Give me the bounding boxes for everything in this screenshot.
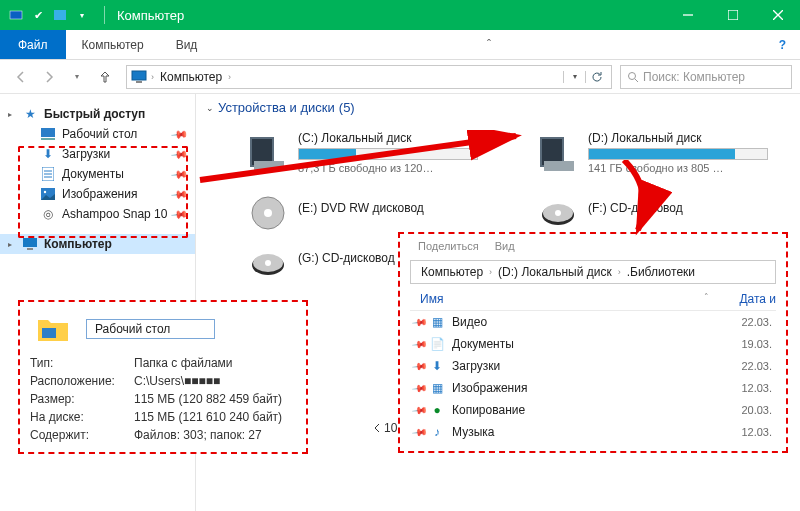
property-key: Расположение: — [30, 374, 134, 388]
svg-point-33 — [265, 260, 271, 266]
forward-button[interactable] — [36, 64, 62, 90]
svg-point-17 — [44, 191, 46, 193]
minimize-button[interactable] — [665, 0, 710, 30]
folder-icon — [36, 314, 70, 344]
ribbon-tab-view[interactable]: Вид — [160, 30, 214, 59]
breadcrumb-root[interactable]: Компьютер — [154, 70, 228, 84]
item-date: 12.03. — [741, 426, 776, 438]
sidebar-item-label: Документы — [62, 167, 124, 181]
inner-address-bar[interactable]: Компьютер › (D:) Локальный диск › .Библи… — [410, 260, 776, 284]
sidebar-item-downloads[interactable]: ⬇ Загрузки 📌 — [0, 144, 195, 164]
window-title: Компьютер — [117, 8, 184, 23]
svg-rect-0 — [10, 11, 22, 19]
sidebar-item-ashampoo[interactable]: ◎ Ashampoo Snap 10 📌 — [0, 204, 195, 224]
breadcrumb-chevron-icon[interactable]: › — [489, 267, 492, 277]
item-name: Загрузки — [452, 359, 733, 373]
column-date[interactable]: Дата и — [739, 292, 776, 306]
help-button[interactable]: ? — [765, 30, 800, 59]
back-button[interactable] — [8, 64, 34, 90]
refresh-button[interactable] — [585, 71, 607, 83]
system-menu-icon[interactable] — [8, 7, 24, 23]
property-row: Расположение:C:\Users\■■■■■ — [30, 372, 296, 390]
breadcrumb-chevron-icon[interactable]: › — [618, 267, 621, 277]
maximize-button[interactable] — [710, 0, 755, 30]
section-header[interactable]: ⌄ Устройства и диски (5) — [206, 100, 790, 115]
tree-expand-icon[interactable]: ▸ — [8, 240, 12, 249]
svg-rect-19 — [27, 248, 33, 250]
item-date: 22.03. — [741, 316, 776, 328]
hdd-icon — [536, 131, 580, 175]
close-button[interactable] — [755, 0, 800, 30]
svg-rect-3 — [728, 10, 738, 20]
list-item[interactable]: 📌▦Изображения12.03. — [410, 377, 776, 399]
item-icon: ♪ — [430, 425, 444, 439]
svg-rect-11 — [41, 138, 55, 140]
collapse-icon[interactable]: ⌄ — [206, 103, 214, 113]
history-dropdown[interactable]: ▾ — [64, 64, 90, 90]
list-item[interactable]: 📌▦Видео22.03. — [410, 311, 776, 333]
svg-rect-25 — [544, 161, 574, 171]
vertical-divider — [104, 6, 105, 24]
sort-indicator-icon: ˄ — [704, 292, 709, 306]
property-row: На диске:115 МБ (121 610 240 байт) — [30, 408, 296, 426]
inner-tab-share[interactable]: Поделиться — [418, 240, 479, 252]
drive-name: (D:) Локальный диск — [588, 131, 776, 145]
sidebar-item-pictures[interactable]: Изображения 📌 — [0, 184, 195, 204]
list-item[interactable]: 📌♪Музыка12.03. — [410, 421, 776, 443]
property-value: 115 МБ (120 882 459 байт) — [134, 392, 282, 406]
qat-item-icon[interactable] — [52, 7, 68, 23]
sidebar-item-label: Компьютер — [44, 237, 112, 251]
quick-access-toolbar: ✔ ▾ — [0, 7, 98, 23]
ribbon-collapse-button[interactable]: ˆ — [477, 30, 501, 59]
sidebar-item-computer[interactable]: ▸ Компьютер — [0, 234, 195, 254]
ribbon: Файл Компьютер Вид ˆ ? — [0, 30, 800, 60]
list-item[interactable]: 📌●Копирование20.03. — [410, 399, 776, 421]
pin-icon: 📌 — [170, 205, 189, 224]
drive-name: (E:) DVD RW дисковод — [298, 201, 486, 215]
inner-crumb-libs[interactable]: .Библиотеки — [623, 265, 699, 279]
svg-rect-18 — [23, 238, 37, 247]
svg-rect-34 — [42, 328, 56, 338]
file-tab[interactable]: Файл — [0, 30, 66, 59]
tree-expand-icon[interactable]: ▸ — [8, 110, 12, 119]
pin-icon: 📌 — [412, 380, 428, 396]
svg-line-35 — [200, 136, 516, 180]
capacity-bar — [588, 148, 768, 160]
list-item[interactable]: 📌📄Документы19.03. — [410, 333, 776, 355]
qat-dropdown-icon[interactable]: ▾ — [74, 7, 90, 23]
ribbon-tab-computer[interactable]: Компьютер — [66, 30, 160, 59]
sidebar-item-label: Изображения — [62, 187, 137, 201]
address-dropdown[interactable]: ▾ — [563, 71, 585, 83]
item-name: Копирование — [452, 403, 733, 417]
sidebar-item-documents[interactable]: Документы 📌 — [0, 164, 195, 184]
sidebar-item-desktop[interactable]: Рабочий стол 📌 — [0, 124, 195, 144]
inner-crumb-pc[interactable]: Компьютер — [417, 265, 487, 279]
inner-count-value: 10 — [384, 421, 397, 435]
address-bar[interactable]: › Компьютер › ▾ — [126, 65, 612, 89]
app-folder-icon: ◎ — [40, 206, 56, 222]
item-name: Документы — [452, 337, 733, 351]
breadcrumb-chevron-icon[interactable]: › — [228, 72, 231, 82]
folder-name-field[interactable]: Рабочий стол — [86, 319, 215, 339]
svg-point-27 — [264, 209, 272, 217]
pin-icon: 📌 — [170, 185, 189, 204]
quick-access-label: Быстрый доступ — [44, 107, 145, 121]
property-value: C:\Users\■■■■■ — [134, 374, 220, 388]
inner-list-header[interactable]: Имя ˄ Дата и — [410, 292, 776, 311]
inner-crumb-d[interactable]: (D:) Локальный диск — [494, 265, 616, 279]
property-row: Размер:115 МБ (120 882 459 байт) — [30, 390, 296, 408]
save-indicator-icon: ✔ — [30, 7, 46, 23]
pin-icon: 📌 — [412, 424, 428, 440]
inner-tab-view[interactable]: Вид — [495, 240, 515, 252]
drive-e[interactable]: (E:) DVD RW дисковод — [246, 191, 486, 235]
svg-point-30 — [555, 210, 561, 216]
up-button[interactable] — [92, 64, 118, 90]
column-name[interactable]: Имя — [420, 292, 744, 306]
list-item[interactable]: 📌⬇Загрузки22.03. — [410, 355, 776, 377]
navigation-row: ▾ › Компьютер › ▾ Поиск: Компьютер — [0, 60, 800, 94]
search-box[interactable]: Поиск: Компьютер — [620, 65, 792, 89]
quick-access-header[interactable]: ▸ ★ Быстрый доступ — [0, 104, 195, 124]
sidebar-item-label: Загрузки — [62, 147, 110, 161]
this-pc-icon — [131, 70, 147, 84]
star-icon: ★ — [22, 106, 38, 122]
